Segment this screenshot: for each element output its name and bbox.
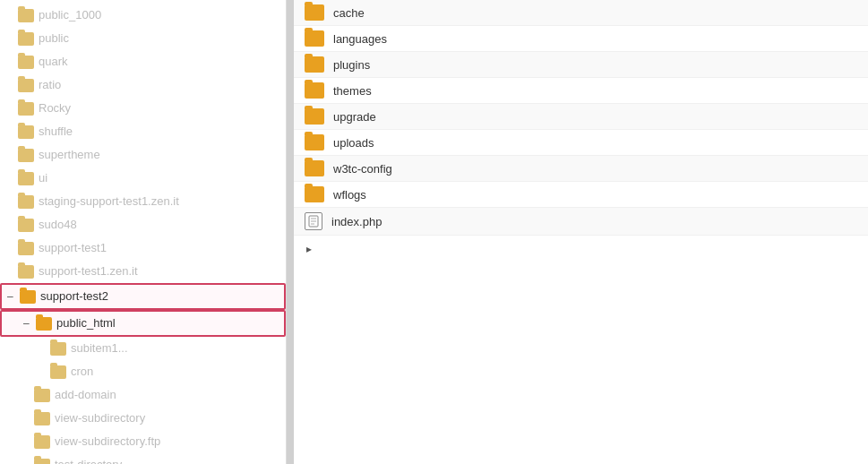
folder-icon <box>18 125 34 139</box>
folder-icon <box>305 108 324 125</box>
tree-item-staging-support[interactable]: staging-support-test1.zen.it <box>0 190 286 213</box>
tree-item-label: Rocky <box>39 99 71 117</box>
tree-item-label: ratio <box>39 76 61 94</box>
file-name-label: uploads <box>333 136 374 150</box>
folder-icon <box>18 172 34 185</box>
tree-item-label: add-domain <box>55 386 116 404</box>
tree-item-label: public <box>39 30 69 47</box>
folder-icon <box>305 160 324 176</box>
file-list-item-w3tc-config[interactable]: w3tc-config <box>294 156 868 182</box>
tree-item-ratio[interactable]: ratio <box>0 73 286 97</box>
tree-item-cron[interactable]: cron <box>0 360 286 383</box>
folder-icon <box>18 195 34 209</box>
folder-icon <box>305 30 324 47</box>
tree-item-label: view-subdirectory <box>55 409 145 427</box>
tree-item-label: shuffle <box>39 123 73 141</box>
tree-item-add-domain[interactable]: add-domain <box>0 383 286 407</box>
file-list-item-upgrade[interactable]: upgrade <box>294 104 868 130</box>
tree-toggle[interactable]: – <box>7 288 20 305</box>
tree-toggle[interactable]: – <box>23 314 36 332</box>
folder-icon <box>34 435 50 449</box>
folder-icon <box>20 290 36 304</box>
folder-icon <box>18 32 34 46</box>
tree-item-public2[interactable]: public <box>0 27 286 50</box>
tree-item-quark[interactable]: quark <box>0 50 286 73</box>
tree-item-label: quark <box>39 53 68 71</box>
file-name-label: languages <box>333 32 387 46</box>
file-name-label: upgrade <box>333 110 376 124</box>
folder-icon <box>18 242 34 255</box>
tree-item-label: subitem1... <box>71 339 128 357</box>
tree-item-label: support-test2 <box>40 288 108 305</box>
file-list-item-wflogs[interactable]: wflogs <box>294 182 868 208</box>
tree-item-test-directory[interactable]: test-directory <box>0 453 286 464</box>
file-list-item-cache[interactable]: cache <box>294 0 868 26</box>
file-name-label: wflogs <box>333 188 366 202</box>
folder-icon <box>18 79 34 92</box>
folder-icon <box>18 102 34 116</box>
file-list-item-languages[interactable]: languages <box>294 26 868 52</box>
tree-item-label: ui <box>39 169 47 187</box>
folder-icon <box>18 56 34 69</box>
folder-icon <box>305 186 324 202</box>
folder-icon <box>305 4 324 21</box>
folder-icon <box>34 389 50 402</box>
tree-item-label: support-test1 <box>39 239 107 257</box>
tree-item-label: staging-support-test1.zen.it <box>39 193 179 211</box>
file-list-item-index-php[interactable]: index.php <box>294 208 868 236</box>
file-list-panel: cachelanguagespluginsthemesupgradeupload… <box>294 0 868 464</box>
file-list-item-uploads[interactable]: uploads <box>294 130 868 156</box>
tree-item-support-test1[interactable]: support-test1 <box>0 236 286 260</box>
folder-icon <box>50 365 66 379</box>
tree-item-supertheme[interactable]: supertheme <box>0 143 286 167</box>
tree-item-shuffle[interactable]: shuffle <box>0 120 286 143</box>
file-name-label: w3tc-config <box>333 162 392 176</box>
file-name-label: cache <box>333 6 365 20</box>
file-list-item-plugins[interactable]: plugins <box>294 52 868 78</box>
file-icon <box>305 212 322 230</box>
folder-icon <box>305 82 324 99</box>
tree-item-label: view-subdirectory.ftp <box>55 433 160 451</box>
tree-item-label: cron <box>71 363 93 381</box>
tree-item-public_html[interactable]: –public_html <box>0 310 286 337</box>
tree-item-subitem1[interactable]: subitem1... <box>0 337 286 360</box>
file-list-item-themes[interactable]: themes <box>294 78 868 104</box>
tree-item-rocky[interactable]: Rocky <box>0 97 286 120</box>
tree-item-label: sudo48 <box>39 216 77 234</box>
folder-icon <box>34 459 50 465</box>
file-tree-panel[interactable]: public_1000publicquarkratioRockyshuffles… <box>0 0 287 464</box>
tree-item-label: public_1000 <box>39 6 101 24</box>
folder-icon <box>18 9 34 22</box>
cursor-area: ▸ <box>294 236 868 262</box>
folder-icon <box>305 56 324 73</box>
tree-item-view-subdirectory[interactable]: view-subdirectory <box>0 407 286 430</box>
tree-item-label: supertheme <box>39 146 100 164</box>
tree-item-label: test-directory <box>55 456 122 464</box>
panel-divider[interactable] <box>287 0 294 464</box>
folder-icon <box>50 342 66 356</box>
file-name-label: themes <box>333 84 372 98</box>
folder-icon <box>18 219 34 232</box>
tree-item-public1000[interactable]: public_1000 <box>0 4 286 27</box>
tree-item-support-test2[interactable]: –support-test2 <box>0 283 286 310</box>
folder-icon <box>34 412 50 425</box>
tree-item-label: public_html <box>56 314 116 332</box>
file-name-label: index.php <box>331 215 382 228</box>
tree-item-sudo48[interactable]: sudo48 <box>0 213 286 236</box>
file-name-label: plugins <box>333 58 370 72</box>
tree-item-view-subdirectory-ftp[interactable]: view-subdirectory.ftp <box>0 430 286 453</box>
folder-icon <box>36 317 52 331</box>
tree-item-label: support-test1.zen.it <box>39 262 138 280</box>
tree-item-ui[interactable]: ui <box>0 167 286 190</box>
folder-icon <box>305 134 324 150</box>
folder-icon <box>18 149 34 162</box>
tree-item-support-test1-zen[interactable]: support-test1.zen.it <box>0 260 286 283</box>
folder-icon <box>18 265 34 279</box>
